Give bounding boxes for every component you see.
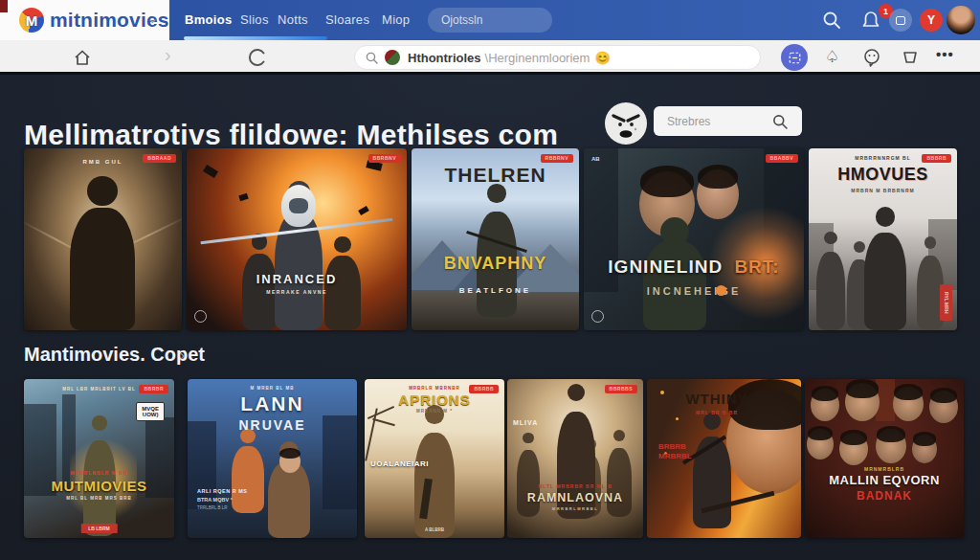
site-logo-icon[interactable]: M bbox=[19, 8, 44, 33]
poster-badge: RBBRNV bbox=[541, 154, 573, 163]
movie-poster[interactable]: MRNMRBLRB MALLIN EQVORN BADNAK bbox=[805, 379, 964, 538]
face bbox=[893, 387, 924, 421]
url-emoji: 😊 bbox=[594, 51, 610, 65]
poster-title: LANN bbox=[188, 392, 357, 415]
reload-icon[interactable] bbox=[247, 47, 268, 68]
browser-tab[interactable]: M mitnimovies ⌄ bbox=[0, 0, 169, 40]
movie-poster[interactable]: MRBRRNNRGM BL HMOVUES MRBRN M BRBRNRM BB… bbox=[809, 148, 957, 330]
poster-title: WTHINY bbox=[681, 391, 752, 407]
title-main: IGNINELIND bbox=[608, 257, 723, 277]
poster-title: HMOVUES bbox=[809, 165, 957, 185]
face bbox=[807, 429, 834, 459]
poster-badge: BBRAAD bbox=[143, 154, 176, 163]
play-circle-icon bbox=[591, 310, 604, 323]
red-block-line: MRBRBL bbox=[658, 452, 692, 461]
poster-badge: BBBRB bbox=[922, 154, 951, 163]
poster-top-sub: MRBRNR M * bbox=[365, 409, 504, 414]
browser-window: M mitnimovies ⌄ Bmoios Slios Notts Sloar… bbox=[0, 0, 980, 560]
account-service-icon[interactable]: Y bbox=[920, 9, 943, 32]
page-title: Mellimatrotivs flildowe: Methilses com bbox=[24, 119, 558, 151]
poster-top-text: M MRBR BL MB bbox=[188, 386, 357, 391]
poster-red-block: BRBRB MRBRBL bbox=[658, 442, 692, 462]
face bbox=[845, 383, 880, 421]
figure-woman bbox=[268, 461, 310, 538]
poster-bottom-text: BTRA MQBV * bbox=[197, 497, 233, 503]
poster-badge: BBRBBS bbox=[605, 385, 637, 393]
poster-title2: NRUVAE bbox=[188, 417, 357, 433]
extension-spade-icon[interactable]: ♤ bbox=[825, 47, 839, 67]
poster-subtitle: MRL BL MRB MRS BRB bbox=[24, 496, 174, 501]
poster-subtitle: MERRAKE ANVNE bbox=[187, 290, 407, 296]
address-bar[interactable]: Hthontrioles \Herginenmlooriem 😊 bbox=[354, 45, 761, 70]
play-circle-icon bbox=[194, 310, 207, 323]
search-icon bbox=[365, 51, 379, 65]
face-woman bbox=[697, 169, 739, 219]
box-line: UOW) bbox=[142, 412, 159, 417]
poster-sub-red: MLTL MRBRBR BR ML B bbox=[507, 484, 643, 490]
search-icon[interactable] bbox=[771, 113, 789, 130]
poster-title: APRIONS bbox=[365, 392, 504, 408]
poster-title: BNVAPHNY bbox=[412, 254, 579, 274]
corner-accent bbox=[0, 0, 8, 12]
angry-face-avatar[interactable] bbox=[604, 101, 648, 146]
movie-poster[interactable]: INRANCED MERRAKE ANVNE BBRBNV bbox=[187, 148, 407, 330]
movie-poster[interactable]: MLIVA MLTL MRBRBR BR ML B RAMNLAOVNA MRR… bbox=[507, 379, 643, 538]
movie-poster[interactable]: IGNINELIND BRT: INCNEHEIGE AB BBABBV bbox=[584, 148, 804, 330]
card-glyph bbox=[896, 16, 905, 25]
ember-dot bbox=[676, 417, 679, 420]
collections-button[interactable] bbox=[781, 44, 808, 71]
orange-dot bbox=[716, 285, 726, 296]
url-path: \Herginenmlooriem bbox=[485, 51, 590, 65]
face bbox=[912, 435, 937, 463]
top-bar: M mitnimovies ⌄ Bmoios Slios Notts Sloar… bbox=[0, 0, 980, 40]
face-woman bbox=[279, 450, 301, 473]
chevron-right-icon[interactable]: › bbox=[180, 347, 185, 363]
poster-subtitle: MRBRN M BRBRNRM bbox=[809, 189, 957, 194]
poster-title: RAMNLAOVNA bbox=[507, 491, 643, 504]
home-icon[interactable] bbox=[72, 47, 93, 68]
nav-search-input[interactable]: Ojotssln bbox=[428, 8, 552, 33]
poster-box-badge: MVQE UOW) bbox=[136, 402, 165, 421]
chat-icon[interactable] bbox=[861, 47, 882, 68]
poster-badge: BBRBR bbox=[139, 385, 168, 393]
extension-icon[interactable] bbox=[889, 9, 912, 32]
poster-title-top: THELREN bbox=[412, 164, 579, 187]
poster-badge: BBABBV bbox=[766, 154, 798, 163]
nav-item-notts[interactable]: Notts bbox=[278, 12, 308, 27]
browser-toolbar: › Hthontrioles \Herginenmlooriem 😊 ♤ bbox=[0, 40, 980, 75]
poster-badge: BBRBNV bbox=[368, 154, 401, 163]
poster-title: IGNINELIND BRT: bbox=[584, 257, 804, 278]
poster-subtitle: INCNEHEIGE bbox=[584, 285, 804, 298]
nav-item-miop[interactable]: Miop bbox=[382, 12, 410, 27]
poster-mid-text: UOALANEIARI bbox=[370, 459, 429, 468]
poster-bottom-text: A BLBRB bbox=[365, 527, 504, 532]
nav-search-placeholder: Ojotssln bbox=[441, 13, 482, 27]
logo-letter: M bbox=[26, 12, 38, 29]
movie-poster[interactable]: M MRBR BL MB LANN NRUVAE ARLI RQEN R MS … bbox=[188, 379, 357, 538]
movie-poster[interactable]: THELREN BNVAPHNY BEATLFONE RBBRNV bbox=[412, 148, 579, 330]
search-icon[interactable] bbox=[821, 10, 842, 31]
movie-poster[interactable]: MRL LBR MRLBRIT LV BL MVQE UOW) MRBRLNBL… bbox=[24, 379, 174, 538]
forward-icon[interactable]: › bbox=[165, 44, 171, 66]
cup-icon[interactable] bbox=[900, 47, 921, 68]
movie-poster[interactable]: RMB GUL BBRAAD bbox=[24, 148, 182, 330]
section-title: Mantimovies. Copet bbox=[24, 344, 205, 366]
poster-title: MUTMIOVIES bbox=[24, 478, 174, 494]
face bbox=[876, 429, 906, 463]
nav-item-sloares[interactable]: Sloares bbox=[325, 12, 369, 27]
menu-dots-icon[interactable]: ••• bbox=[936, 46, 954, 62]
poster-side-badge: RYL MRH bbox=[940, 284, 952, 321]
movie-poster[interactable]: WTHINY MRL BR B BR BRBRB MRBRBL bbox=[647, 379, 801, 538]
user-avatar[interactable] bbox=[947, 6, 975, 34]
nav-item-bmoios[interactable]: Bmoios bbox=[185, 12, 232, 27]
grid-icon bbox=[788, 51, 802, 65]
figure-silhouette bbox=[864, 233, 906, 330]
url-domain: Hthontrioles bbox=[408, 51, 481, 65]
face-shadow bbox=[289, 198, 308, 213]
face bbox=[929, 391, 958, 423]
site-favicon bbox=[385, 50, 400, 65]
ember-dot bbox=[660, 391, 664, 394]
chevron-down-icon[interactable]: ⌄ bbox=[146, 10, 159, 27]
nav-item-slios[interactable]: Slios bbox=[240, 12, 269, 27]
movie-poster[interactable]: MRBRLR MBRNBR APRIONS MRBRNR M * UOALANE… bbox=[365, 379, 504, 538]
